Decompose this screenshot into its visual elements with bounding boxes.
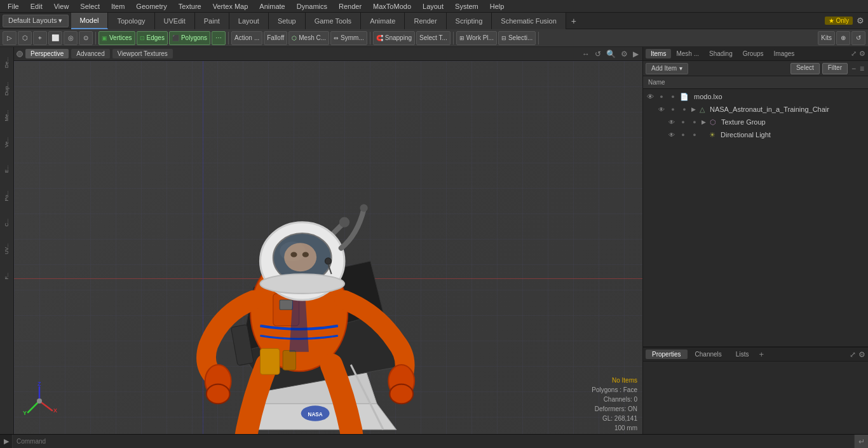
toolbar-circle-btn[interactable]: ◎ [64,31,78,45]
menu-dynamics[interactable]: Dynamics [292,1,332,11]
toolbar-target-btn[interactable]: ⌖ [33,31,47,45]
star-only-badge[interactable]: ★ Only [825,17,853,25]
items-filter-button[interactable]: Filter [822,63,848,74]
toolbar-selecti-btn[interactable]: ⊟ Selecti... [498,31,536,45]
tab-schematic-fusion[interactable]: Schematic Fusion [492,13,566,29]
props-gear-icon[interactable]: ⚙ [858,350,865,359]
props-tab-lists[interactable]: Lists [729,350,756,359]
toolbar-falloff-btn[interactable]: Falloff [264,31,287,45]
viewport-canvas[interactable]: NASA [14,61,642,435]
items-row-texture-group[interactable]: 👁 ● ● ▶ ⬡ Texture Group [643,116,868,128]
command-go-button[interactable]: ↵ [854,435,868,449]
command-input[interactable] [13,435,854,449]
toolbar-rotate-btn[interactable]: ↺ [851,31,865,45]
menu-system[interactable]: System [450,1,484,11]
menu-texture[interactable]: Texture [173,1,207,11]
props-tab-properties[interactable]: Properties [646,350,688,359]
sidebar-item-me[interactable]: Me... [1,103,13,128]
default-layouts-dropdown[interactable]: Default Layouts ▾ [3,15,69,27]
layout-gear-icon[interactable]: ⚙ [857,16,864,25]
eye-icon-4c[interactable]: ● [690,130,699,139]
tab-scripting[interactable]: Scripting [447,13,492,29]
items-expand-icon[interactable]: ⤢ [851,50,857,58]
sidebar-item-f[interactable]: F... [1,263,13,288]
menu-render[interactable]: Render [334,1,367,11]
items-row-directional-light[interactable]: 👁 ● ● ☀ Directional Light [643,128,868,141]
toolbar-mesh-btn[interactable]: ⬡ Mesh C... [288,31,329,45]
tab-animate[interactable]: Animate [361,13,405,29]
eye-icon-1c[interactable]: ● [668,92,677,101]
eye-icon-1b[interactable]: ● [657,92,666,101]
command-arrow-button[interactable]: ▶ [0,435,13,449]
menu-animate[interactable]: Animate [254,1,290,11]
sidebar-item-dup[interactable]: Dup... [1,76,13,102]
viewport-tab-textures[interactable]: Viewport Textures [112,49,173,58]
viewport-icon-swap[interactable]: ↔ [581,50,591,58]
tab-game-tools[interactable]: Game Tools [306,13,362,29]
menu-maxtomodo[interactable]: MaxToModo [368,1,416,11]
eye-icon-4b[interactable]: ● [679,130,688,139]
menu-vertex-map[interactable]: Vertex Map [208,1,254,11]
eye-icon-3[interactable]: 👁 [667,118,676,126]
viewport-icon-zoom[interactable]: 🔍 [605,50,617,58]
eye-icon-1[interactable]: 👁 [646,92,654,101]
items-gear-icon[interactable]: ⚙ [859,50,865,58]
items-row-nasa-astronaut[interactable]: 👁 ● ● ▶ △ NASA_Astronaut_in_a_Training_C… [643,103,868,116]
items-select-button[interactable]: Select [790,63,820,74]
toolbar-sphere-btn[interactable]: ⊕ [836,31,850,45]
items-tab-mesh[interactable]: Mesh ... [671,49,704,58]
menu-select[interactable]: Select [75,1,105,11]
viewport-tab-perspective[interactable]: Perspective [25,49,69,58]
sidebar-item-uv[interactable]: UV... [1,236,13,262]
eye-icon-2[interactable]: 👁 [657,105,666,114]
sidebar-item-de[interactable]: De... [1,50,13,75]
viewport-icon-play[interactable]: ▶ [632,50,640,58]
tab-uvedit[interactable]: UVEdit [155,13,195,29]
items-tab-items[interactable]: Items [646,49,671,58]
sidebar-item-ve[interactable]: Ve... [1,130,13,155]
toolbar-symmetry-btn[interactable]: ⇔ Symm... [330,31,367,45]
viewport-icon-rotate[interactable]: ↺ [593,50,602,58]
items-tab-groups[interactable]: Groups [738,49,769,58]
tab-render[interactable]: Render [405,13,446,29]
toolbar-square-btn[interactable]: ⬜ [48,31,62,45]
viewport-icon-settings[interactable]: ⚙ [620,50,629,58]
layout-add-button[interactable]: + [566,13,581,29]
sidebar-item-c[interactable]: C... [1,210,13,235]
toolbar-dot-btn[interactable]: ⊙ [79,31,93,45]
toolbar-select-edges[interactable]: ⊡ Edges [137,31,168,45]
tab-topology[interactable]: Topology [108,13,154,29]
items-tab-shading[interactable]: Shading [704,49,738,58]
menu-item[interactable]: Item [106,1,130,11]
toolbar-snapping-btn[interactable]: 🧲 Snapping [373,31,415,45]
toolbar-select-extra[interactable]: ⋯ [212,31,226,45]
sidebar-item-po[interactable]: Po... [1,183,13,208]
toolbar-select-vertices[interactable]: ▣ Vertices [98,31,135,45]
toolbar-select-polygons[interactable]: ⬛ Polygons [169,31,210,45]
toolbar-action-btn[interactable]: Action ... [231,31,262,45]
toolbar-arrow-btn[interactable]: ▷ [3,31,17,45]
items-row-modo-lxo[interactable]: 👁 ● ● 📄 modo.lxo [643,90,868,103]
menu-file[interactable]: File [3,1,24,11]
items-tab-images[interactable]: Images [769,49,800,58]
props-add-button[interactable]: + [759,350,764,359]
toolbar-workplane-btn[interactable]: ⊞ Work Pl... [456,31,497,45]
eye-icon-2b[interactable]: ● [668,105,677,114]
toolbar-select-tool-btn[interactable]: Select T... [416,31,451,45]
eye-icon-4[interactable]: 👁 [667,130,676,139]
menu-help[interactable]: Help [485,1,510,11]
menu-edit[interactable]: Edit [25,1,48,11]
tab-layout[interactable]: Layout [229,13,269,29]
sidebar-item-e[interactable]: E... [1,156,13,182]
eye-icon-2c[interactable]: ● [680,105,689,114]
items-minus-icon[interactable]: − [850,64,857,73]
viewport[interactable]: Perspective Advanced Viewport Textures ↔… [14,47,642,448]
add-item-button[interactable]: Add Item ▾ [646,63,688,74]
menu-layout[interactable]: Layout [417,1,449,11]
eye-icon-3c[interactable]: ● [690,118,699,126]
viewport-tab-advanced[interactable]: Advanced [71,49,109,58]
toolbar-hex-btn[interactable]: ⬡ [18,31,32,45]
menu-geometry[interactable]: Geometry [131,1,172,11]
eye-icon-3b[interactable]: ● [679,118,688,126]
tab-setup[interactable]: Setup [269,13,306,29]
